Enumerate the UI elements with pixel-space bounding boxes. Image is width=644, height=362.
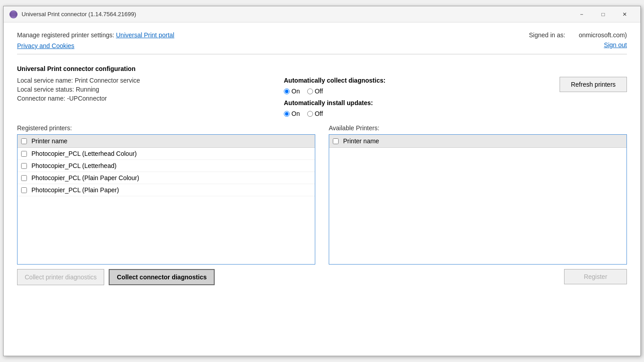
svg-point-2 bbox=[9, 12, 18, 17]
auto-updates-radio-group: On Off bbox=[284, 110, 542, 117]
auto-diagnostics-radio-group: On Off bbox=[284, 88, 542, 95]
list-item[interactable]: Photocopier_PCL (Plain Paper) bbox=[18, 184, 315, 196]
register-button[interactable]: Register bbox=[564, 269, 627, 284]
config-row: Local service name: Print Connector serv… bbox=[17, 77, 627, 117]
titlebar-controls: − □ ✕ bbox=[571, 8, 635, 21]
collect-connector-diagnostics-button[interactable]: Collect connector diagnostics bbox=[109, 269, 215, 285]
signed-in-label: Signed in as: bbox=[529, 31, 565, 39]
registered-printers-select-all[interactable] bbox=[21, 138, 27, 144]
top-bar: Manage registered printer settings: Univ… bbox=[17, 31, 627, 49]
signed-in-row: Signed in as: onmicrosoft.com) bbox=[529, 31, 627, 39]
refresh-printers-button[interactable]: Refresh printers bbox=[560, 77, 627, 92]
refresh-btn-area: Refresh printers bbox=[542, 77, 627, 92]
config-section: Universal Print connector configuration … bbox=[17, 54, 627, 117]
printer-checkbox-2[interactable] bbox=[21, 175, 27, 181]
printer-checkbox-0[interactable] bbox=[21, 151, 27, 157]
service-status-line: Local service status: Running bbox=[17, 86, 275, 93]
registered-printers-buttons: Collect printer diagnostics Collect conn… bbox=[17, 269, 315, 285]
printers-section: Registered printers: Printer name Photoc… bbox=[17, 124, 627, 347]
registered-printers-label: Registered printers: bbox=[17, 124, 315, 132]
app-window: Universal Print connector (1.14.7564.216… bbox=[3, 6, 641, 356]
list-item[interactable]: Photocopier_PCL (Letterhead) bbox=[18, 160, 315, 172]
registered-printers-panel: Registered printers: Printer name Photoc… bbox=[17, 124, 315, 347]
available-printers-list[interactable]: Printer name bbox=[329, 134, 627, 265]
privacy-cookies-link[interactable]: Privacy and Cookies bbox=[17, 42, 174, 49]
auto-updates-off-label[interactable]: Off bbox=[307, 110, 323, 117]
maximize-button[interactable]: □ bbox=[593, 8, 613, 21]
registered-printers-header: Printer name bbox=[18, 135, 315, 148]
auto-diagnostics-off-radio[interactable] bbox=[307, 88, 313, 94]
main-content: Manage registered printer settings: Univ… bbox=[4, 22, 640, 356]
printer-checkbox-1[interactable] bbox=[21, 163, 27, 169]
connector-name-line: Connector name: -UPConnector bbox=[17, 95, 275, 102]
top-right: Signed in as: onmicrosoft.com) Sign out bbox=[529, 31, 627, 49]
auto-diagnostics-off-label[interactable]: Off bbox=[307, 88, 323, 95]
auto-diagnostics-on-radio[interactable] bbox=[284, 88, 290, 94]
auto-updates-block: Automatically install updates: On Off bbox=[284, 99, 542, 117]
collect-printer-diagnostics-button[interactable]: Collect printer diagnostics bbox=[17, 269, 104, 285]
service-name-line: Local service name: Print Connector serv… bbox=[17, 77, 275, 84]
auto-updates-off-radio[interactable] bbox=[307, 111, 313, 117]
auto-updates-on-radio[interactable] bbox=[284, 111, 290, 117]
auto-updates-label: Automatically install updates: bbox=[284, 99, 542, 106]
config-right: Automatically collect diagnostics: On Of… bbox=[275, 77, 542, 117]
available-printers-panel: Available Printers: Printer name Registe… bbox=[329, 124, 627, 347]
registered-printers-list[interactable]: Printer name Photocopier_PCL (Letterhead… bbox=[17, 134, 315, 265]
printer-checkbox-3[interactable] bbox=[21, 187, 27, 193]
available-printers-select-all[interactable] bbox=[333, 138, 339, 144]
minimize-button[interactable]: − bbox=[571, 8, 592, 21]
available-printers-label: Available Printers: bbox=[329, 124, 627, 132]
sign-out-link[interactable]: Sign out bbox=[604, 41, 627, 49]
titlebar-title: Universal Print connector (1.14.7564.216… bbox=[22, 11, 571, 18]
list-item[interactable]: Photocopier_PCL (Letterhead Colour) bbox=[18, 148, 315, 160]
app-icon bbox=[9, 10, 18, 19]
signed-in-value: onmicrosoft.com) bbox=[579, 31, 627, 39]
auto-diagnostics-on-label[interactable]: On bbox=[284, 88, 300, 95]
available-printers-buttons: Register bbox=[329, 269, 627, 284]
auto-diagnostics-block: Automatically collect diagnostics: On Of… bbox=[284, 77, 542, 95]
top-left: Manage registered printer settings: Univ… bbox=[17, 31, 174, 49]
config-section-title: Universal Print connector configuration bbox=[17, 65, 627, 72]
universal-print-portal-link[interactable]: Universal Print portal bbox=[116, 31, 174, 39]
auto-updates-on-label[interactable]: On bbox=[284, 110, 300, 117]
available-printers-header: Printer name bbox=[329, 135, 626, 148]
titlebar: Universal Print connector (1.14.7564.216… bbox=[4, 6, 640, 22]
close-button[interactable]: ✕ bbox=[614, 8, 635, 21]
manage-printers-text: Manage registered printer settings: Univ… bbox=[17, 31, 174, 39]
auto-diagnostics-label: Automatically collect diagnostics: bbox=[284, 77, 542, 84]
list-item[interactable]: Photocopier_PCL (Plain Paper Colour) bbox=[18, 172, 315, 184]
config-left: Local service name: Print Connector serv… bbox=[17, 77, 275, 104]
